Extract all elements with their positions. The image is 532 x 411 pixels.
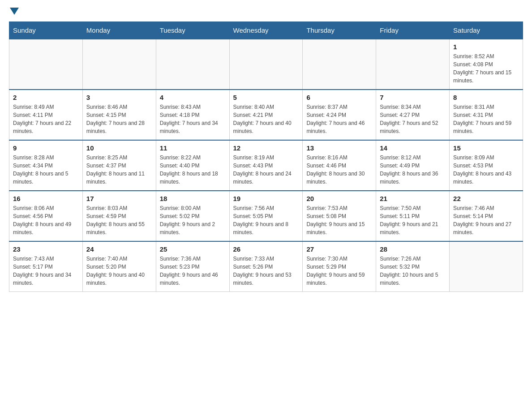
day-info: Sunrise: 7:46 AM Sunset: 5:14 PM Dayligh… bbox=[453, 204, 519, 236]
day-number: 15 bbox=[453, 144, 519, 152]
day-info: Sunrise: 8:49 AM Sunset: 4:11 PM Dayligh… bbox=[13, 103, 79, 135]
day-number: 14 bbox=[380, 144, 446, 152]
col-header-wednesday: Wednesday bbox=[229, 22, 303, 39]
day-info: Sunrise: 7:33 AM Sunset: 5:26 PM Dayligh… bbox=[233, 255, 299, 287]
day-number: 20 bbox=[306, 195, 372, 202]
day-info: Sunrise: 7:50 AM Sunset: 5:11 PM Dayligh… bbox=[380, 204, 446, 236]
calendar-cell: 20Sunrise: 7:53 AM Sunset: 5:08 PM Dayli… bbox=[303, 191, 376, 241]
day-info: Sunrise: 8:52 AM Sunset: 4:08 PM Dayligh… bbox=[453, 52, 519, 85]
logo-chevron-icon bbox=[10, 8, 19, 15]
day-info: Sunrise: 8:00 AM Sunset: 5:02 PM Dayligh… bbox=[160, 204, 226, 236]
day-info: Sunrise: 8:31 AM Sunset: 4:31 PM Dayligh… bbox=[453, 103, 519, 135]
calendar-cell: 17Sunrise: 8:03 AM Sunset: 4:59 PM Dayli… bbox=[82, 191, 156, 241]
day-info: Sunrise: 7:56 AM Sunset: 5:05 PM Dayligh… bbox=[233, 204, 299, 236]
calendar-cell: 25Sunrise: 7:36 AM Sunset: 5:23 PM Dayli… bbox=[156, 241, 229, 292]
calendar-header-row: SundayMondayTuesdayWednesdayThursdayFrid… bbox=[9, 22, 523, 39]
day-number: 9 bbox=[13, 144, 79, 152]
logo bbox=[9, 9, 19, 14]
day-info: Sunrise: 8:43 AM Sunset: 4:18 PM Dayligh… bbox=[160, 103, 226, 135]
calendar-cell: 12Sunrise: 8:19 AM Sunset: 4:43 PM Dayli… bbox=[229, 140, 303, 191]
day-number: 10 bbox=[86, 144, 152, 152]
day-number: 5 bbox=[233, 94, 299, 101]
day-info: Sunrise: 8:12 AM Sunset: 4:49 PM Dayligh… bbox=[380, 154, 446, 186]
calendar-cell: 11Sunrise: 8:22 AM Sunset: 4:40 PM Dayli… bbox=[156, 140, 229, 191]
day-number: 8 bbox=[453, 94, 519, 101]
calendar-cell: 5Sunrise: 8:40 AM Sunset: 4:21 PM Daylig… bbox=[229, 90, 303, 140]
day-number: 23 bbox=[13, 245, 79, 253]
day-info: Sunrise: 8:03 AM Sunset: 4:59 PM Dayligh… bbox=[86, 204, 152, 236]
day-info: Sunrise: 8:22 AM Sunset: 4:40 PM Dayligh… bbox=[160, 154, 226, 186]
day-number: 25 bbox=[160, 245, 226, 253]
day-number: 11 bbox=[160, 144, 226, 152]
calendar-week-row: 1Sunrise: 8:52 AM Sunset: 4:08 PM Daylig… bbox=[9, 39, 523, 90]
calendar-cell bbox=[450, 241, 523, 292]
calendar-week-row: 2Sunrise: 8:49 AM Sunset: 4:11 PM Daylig… bbox=[9, 90, 523, 140]
day-info: Sunrise: 7:30 AM Sunset: 5:29 PM Dayligh… bbox=[306, 255, 372, 287]
day-number: 17 bbox=[86, 195, 152, 202]
day-number: 27 bbox=[306, 245, 372, 253]
calendar-cell: 10Sunrise: 8:25 AM Sunset: 4:37 PM Dayli… bbox=[82, 140, 156, 191]
calendar-cell: 26Sunrise: 7:33 AM Sunset: 5:26 PM Dayli… bbox=[229, 241, 303, 292]
day-info: Sunrise: 8:19 AM Sunset: 4:43 PM Dayligh… bbox=[233, 154, 299, 186]
day-number: 18 bbox=[160, 195, 226, 202]
calendar-cell: 1Sunrise: 8:52 AM Sunset: 4:08 PM Daylig… bbox=[450, 39, 523, 90]
day-number: 26 bbox=[233, 245, 299, 253]
calendar-table: SundayMondayTuesdayWednesdayThursdayFrid… bbox=[9, 21, 523, 292]
calendar-week-row: 23Sunrise: 7:43 AM Sunset: 5:17 PM Dayli… bbox=[9, 241, 523, 292]
day-number: 28 bbox=[380, 245, 446, 253]
day-number: 3 bbox=[86, 94, 152, 101]
day-info: Sunrise: 8:46 AM Sunset: 4:15 PM Dayligh… bbox=[86, 103, 152, 135]
calendar-cell: 24Sunrise: 7:40 AM Sunset: 5:20 PM Dayli… bbox=[82, 241, 156, 292]
calendar-cell: 28Sunrise: 7:26 AM Sunset: 5:32 PM Dayli… bbox=[376, 241, 450, 292]
day-number: 12 bbox=[233, 144, 299, 152]
day-info: Sunrise: 8:16 AM Sunset: 4:46 PM Dayligh… bbox=[306, 154, 372, 186]
page-header bbox=[9, 9, 523, 14]
day-info: Sunrise: 7:43 AM Sunset: 5:17 PM Dayligh… bbox=[13, 255, 79, 287]
calendar-cell: 9Sunrise: 8:28 AM Sunset: 4:34 PM Daylig… bbox=[9, 140, 83, 191]
day-number: 22 bbox=[453, 195, 519, 202]
day-info: Sunrise: 7:36 AM Sunset: 5:23 PM Dayligh… bbox=[160, 255, 226, 287]
day-number: 24 bbox=[86, 245, 152, 253]
calendar-cell: 2Sunrise: 8:49 AM Sunset: 4:11 PM Daylig… bbox=[9, 90, 83, 140]
calendar-week-row: 9Sunrise: 8:28 AM Sunset: 4:34 PM Daylig… bbox=[9, 140, 523, 191]
day-info: Sunrise: 8:25 AM Sunset: 4:37 PM Dayligh… bbox=[86, 154, 152, 186]
day-number: 19 bbox=[233, 195, 299, 202]
day-info: Sunrise: 8:28 AM Sunset: 4:34 PM Dayligh… bbox=[13, 154, 79, 186]
day-info: Sunrise: 7:53 AM Sunset: 5:08 PM Dayligh… bbox=[306, 204, 372, 236]
calendar-cell: 14Sunrise: 8:12 AM Sunset: 4:49 PM Dayli… bbox=[376, 140, 450, 191]
calendar-cell: 16Sunrise: 8:06 AM Sunset: 4:56 PM Dayli… bbox=[9, 191, 83, 241]
calendar-cell bbox=[376, 39, 450, 90]
col-header-saturday: Saturday bbox=[450, 22, 523, 39]
col-header-sunday: Sunday bbox=[9, 22, 83, 39]
calendar-cell: 4Sunrise: 8:43 AM Sunset: 4:18 PM Daylig… bbox=[156, 90, 229, 140]
day-info: Sunrise: 8:40 AM Sunset: 4:21 PM Dayligh… bbox=[233, 103, 299, 135]
calendar-cell: 27Sunrise: 7:30 AM Sunset: 5:29 PM Dayli… bbox=[303, 241, 376, 292]
day-info: Sunrise: 8:09 AM Sunset: 4:53 PM Dayligh… bbox=[453, 154, 519, 186]
calendar-cell: 15Sunrise: 8:09 AM Sunset: 4:53 PM Dayli… bbox=[450, 140, 523, 191]
calendar-cell bbox=[9, 39, 83, 90]
calendar-cell: 6Sunrise: 8:37 AM Sunset: 4:24 PM Daylig… bbox=[303, 90, 376, 140]
col-header-monday: Monday bbox=[82, 22, 156, 39]
day-number: 4 bbox=[160, 94, 226, 101]
day-number: 21 bbox=[380, 195, 446, 202]
calendar-cell bbox=[156, 39, 229, 90]
calendar-week-row: 16Sunrise: 8:06 AM Sunset: 4:56 PM Dayli… bbox=[9, 191, 523, 241]
calendar-cell: 22Sunrise: 7:46 AM Sunset: 5:14 PM Dayli… bbox=[450, 191, 523, 241]
day-number: 2 bbox=[13, 94, 79, 101]
day-number: 7 bbox=[380, 94, 446, 101]
day-info: Sunrise: 8:37 AM Sunset: 4:24 PM Dayligh… bbox=[306, 103, 372, 135]
calendar-cell: 8Sunrise: 8:31 AM Sunset: 4:31 PM Daylig… bbox=[450, 90, 523, 140]
calendar-cell bbox=[229, 39, 303, 90]
calendar-cell: 19Sunrise: 7:56 AM Sunset: 5:05 PM Dayli… bbox=[229, 191, 303, 241]
calendar-cell: 3Sunrise: 8:46 AM Sunset: 4:15 PM Daylig… bbox=[82, 90, 156, 140]
day-info: Sunrise: 8:34 AM Sunset: 4:27 PM Dayligh… bbox=[380, 103, 446, 135]
calendar-cell: 21Sunrise: 7:50 AM Sunset: 5:11 PM Dayli… bbox=[376, 191, 450, 241]
day-info: Sunrise: 7:26 AM Sunset: 5:32 PM Dayligh… bbox=[380, 255, 446, 287]
col-header-tuesday: Tuesday bbox=[156, 22, 229, 39]
col-header-friday: Friday bbox=[376, 22, 450, 39]
calendar-cell: 18Sunrise: 8:00 AM Sunset: 5:02 PM Dayli… bbox=[156, 191, 229, 241]
calendar-cell bbox=[82, 39, 156, 90]
col-header-thursday: Thursday bbox=[303, 22, 376, 39]
day-number: 16 bbox=[13, 195, 79, 202]
calendar-cell: 13Sunrise: 8:16 AM Sunset: 4:46 PM Dayli… bbox=[303, 140, 376, 191]
